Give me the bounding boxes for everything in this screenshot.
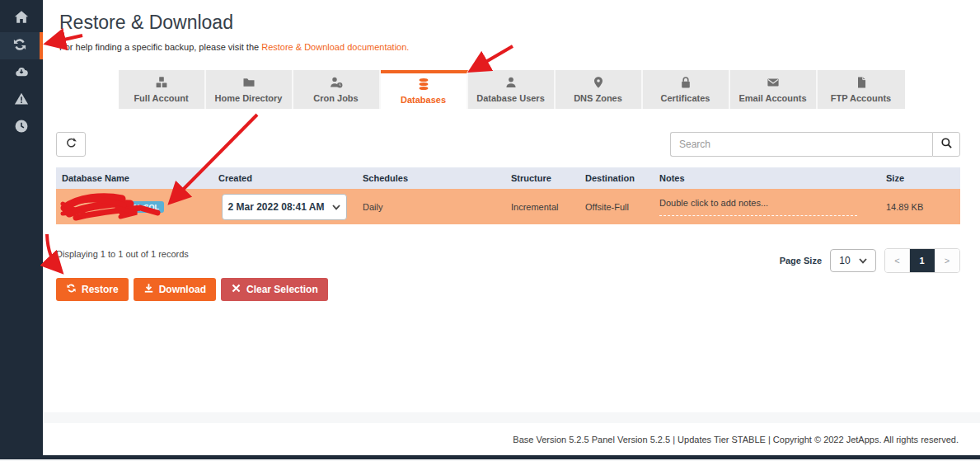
table-header: Database Name Created Schedules Structur… [56, 167, 960, 189]
action-buttons: Restore Download Clear Selection [56, 278, 980, 301]
database-icon [417, 78, 430, 92]
next-page-button[interactable]: > [935, 249, 959, 272]
page-size-label: Page Size [780, 256, 822, 266]
table-row-selected[interactable]: MySQL 2 Mar 2022 08:41 AM Daily Incremen… [56, 189, 960, 224]
chevron-down-icon [859, 255, 867, 266]
sidebar-item-history[interactable] [0, 114, 43, 141]
bottom-bar [0, 455, 980, 459]
home-icon [14, 10, 29, 28]
tab-database-users[interactable]: Database Users [468, 70, 556, 109]
search-group [670, 132, 960, 157]
restore-button[interactable]: Restore [56, 278, 129, 301]
sidebar-item-downloads[interactable] [0, 59, 43, 87]
sync-icon [12, 37, 27, 55]
col-size: Size [880, 173, 960, 183]
schedules-cell: Daily [357, 202, 505, 212]
notes-cell[interactable]: Double click to add notes... [654, 198, 880, 216]
tab-cron-jobs[interactable]: Cron Jobs [293, 70, 381, 109]
main-content: Restore & Download For help finding a sp… [43, 0, 980, 412]
tab-home-directory[interactable]: Home Directory [206, 70, 293, 109]
col-created: Created [213, 173, 357, 183]
refresh-icon [65, 137, 77, 153]
toolbar [56, 132, 960, 157]
documentation-link[interactable]: Restore & Download documentation. [261, 42, 409, 52]
search-input[interactable] [670, 132, 932, 157]
tab-email-accounts[interactable]: Email Accounts [730, 70, 818, 109]
folder-icon [242, 76, 256, 91]
clock-icon [14, 119, 29, 137]
structure-cell: Incremental [505, 202, 579, 212]
page-buttons: < 1 > [884, 248, 960, 273]
tab-certificates[interactable]: Certificates [643, 70, 730, 109]
refresh-button[interactable] [56, 132, 86, 157]
col-destination: Destination [579, 173, 654, 183]
current-page-button[interactable]: 1 [910, 249, 935, 272]
page-title: Restore & Download [59, 10, 980, 35]
backups-table: Database Name Created Schedules Structur… [56, 167, 960, 224]
mysql-badge: MySQL [129, 201, 164, 213]
sidebar-item-restore[interactable] [0, 32, 43, 59]
pagination: Page Size 10 < 1 > [780, 248, 960, 273]
user-clock-icon [330, 76, 343, 91]
destination-cell: Offsite-Full [579, 202, 654, 212]
help-text: For help finding a specific backup, plea… [59, 42, 980, 52]
col-database-name: Database Name [56, 173, 213, 183]
download-icon [143, 283, 154, 296]
clear-selection-button[interactable]: Clear Selection [221, 278, 328, 301]
sidebar-item-home[interactable] [0, 5, 43, 32]
records-summary: Displaying 1 to 1 out of 1 records [56, 249, 189, 259]
close-icon [231, 283, 241, 296]
sync-icon [66, 283, 77, 296]
tab-databases[interactable]: Databases [381, 70, 468, 109]
col-notes: Notes [654, 173, 880, 183]
search-button[interactable] [932, 132, 960, 157]
created-cell: 2 Mar 2022 08:41 AM [213, 194, 357, 220]
search-icon [940, 137, 953, 153]
meta-row: Displaying 1 to 1 out of 1 records Page … [56, 249, 960, 272]
col-structure: Structure [505, 173, 579, 183]
footer-version-text: Base Version 5.2.5 Panel Version 5.2.5 |… [513, 435, 959, 445]
col-schedules: Schedules [357, 173, 505, 183]
notes-underline [659, 215, 857, 216]
chevron-down-icon [332, 201, 340, 213]
sidebar-item-alerts[interactable] [0, 87, 43, 114]
created-date-select[interactable]: 2 Mar 2022 08:41 AM [222, 194, 347, 220]
jetbackup-app: Restore & Download For help finding a sp… [0, 0, 980, 461]
envelope-icon [767, 76, 780, 91]
size-cell: 14.89 KB [880, 202, 960, 212]
tab-bar: Full Account Home Directory Cron Jobs Da… [43, 70, 980, 109]
user-icon [504, 76, 518, 91]
map-marker-icon [592, 76, 605, 91]
lock-icon [679, 76, 692, 91]
file-icon [855, 76, 868, 91]
tab-full-account[interactable]: Full Account [119, 70, 206, 109]
warning-icon [14, 92, 29, 110]
cubes-icon [155, 76, 168, 91]
tab-ftp-accounts[interactable]: FTP Accounts [818, 70, 905, 109]
cloud-download-icon [14, 64, 29, 82]
tab-dns-zones[interactable]: DNS Zones [556, 70, 643, 109]
sidebar [0, 0, 43, 455]
page-size-select[interactable]: 10 [830, 249, 876, 272]
database-name-cell: MySQL [56, 201, 213, 213]
prev-page-button[interactable]: < [885, 249, 910, 272]
download-button[interactable]: Download [134, 278, 216, 301]
footer: Base Version 5.2.5 Panel Version 5.2.5 |… [43, 423, 980, 455]
